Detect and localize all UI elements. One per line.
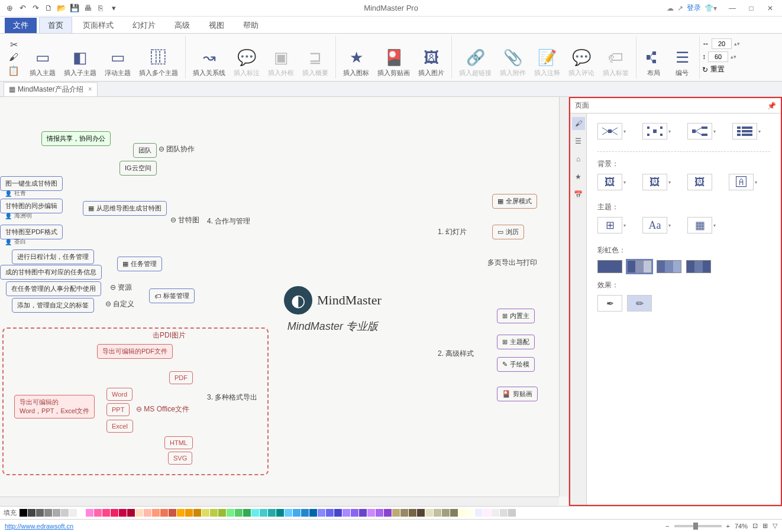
color-swatch[interactable] xyxy=(367,509,375,517)
zoom-in-icon[interactable]: + xyxy=(726,523,730,530)
node-mso[interactable]: ⊖ MS Office文件 xyxy=(136,404,189,414)
color-swatch[interactable] xyxy=(193,509,201,517)
layout-button[interactable]: 布局 xyxy=(641,36,666,79)
color-swatch[interactable] xyxy=(177,509,185,517)
qat-dropdown-icon[interactable]: ▾ xyxy=(108,2,119,14)
color-swatch[interactable] xyxy=(243,509,251,517)
rainbow-4[interactable] xyxy=(686,260,711,273)
color-swatch[interactable] xyxy=(135,509,143,517)
bg-remove[interactable]: 🖼 xyxy=(687,174,712,190)
color-swatch[interactable] xyxy=(185,509,193,517)
node-excel[interactable]: Excel xyxy=(106,420,133,433)
color-swatch[interactable] xyxy=(218,509,226,517)
section-1[interactable]: 1. 幻灯片 xyxy=(438,227,467,237)
color-swatch[interactable] xyxy=(20,509,27,517)
tab-home[interactable]: 首页 xyxy=(39,17,72,33)
color-swatch[interactable] xyxy=(210,509,218,517)
node-ppt[interactable]: PPT xyxy=(106,403,130,416)
color-swatch[interactable] xyxy=(69,509,77,517)
qat-export-icon[interactable]: ⎘ xyxy=(95,2,106,14)
presentation-icon[interactable]: ▽ xyxy=(773,522,777,530)
share-icon[interactable]: ↗ xyxy=(677,4,683,12)
vertical-scrollbar[interactable] xyxy=(559,97,568,497)
color-swatch[interactable] xyxy=(169,509,176,517)
node-callout1[interactable]: 情报共享，协同办公 xyxy=(41,131,111,146)
node-pdf[interactable]: PDF xyxy=(169,371,193,384)
node-cloud[interactable]: IG云空间 xyxy=(119,161,157,176)
node-gantt2a[interactable]: ▦ 从思维导图生成甘特图 xyxy=(83,201,167,216)
color-swatch[interactable] xyxy=(102,509,110,517)
node-task1[interactable]: 进行日程计划，任务管理 xyxy=(12,249,94,264)
color-swatch[interactable] xyxy=(268,509,276,517)
color-swatch[interactable] xyxy=(276,509,284,517)
insert-icon-button[interactable]: ★插入图标 xyxy=(341,36,371,79)
insert-topic-button[interactable]: ▭插入主题 xyxy=(27,36,58,79)
node-hand[interactable]: ✎ 手绘模 xyxy=(497,357,535,372)
color-swatch[interactable] xyxy=(119,509,127,517)
color-swatch[interactable] xyxy=(475,509,483,517)
color-swatch[interactable] xyxy=(334,509,342,517)
callout-office[interactable]: 导出可编辑的 Word，PPT，Excel文件 xyxy=(14,395,95,419)
qat-print-icon[interactable]: 🖶 xyxy=(82,2,93,14)
paste-icon[interactable]: 📋 xyxy=(7,64,20,76)
pin-icon[interactable]: 📌 xyxy=(767,102,776,110)
insert-multi-button[interactable]: ⿲插入多个主题 xyxy=(137,36,180,79)
qat-undo-icon[interactable]: ↶ xyxy=(17,2,28,14)
color-swatch[interactable] xyxy=(442,509,450,517)
sidebar-list-icon[interactable]: ☰ xyxy=(572,135,585,148)
color-swatch[interactable] xyxy=(86,509,93,517)
minimize-button[interactable]: — xyxy=(724,2,741,14)
color-swatch[interactable] xyxy=(326,509,334,517)
color-swatch[interactable] xyxy=(458,509,466,517)
section-4[interactable]: 4. 合作与管理 xyxy=(207,216,250,226)
fit-page-icon[interactable]: ⊡ xyxy=(752,522,758,530)
login-link[interactable]: 登录 xyxy=(687,3,701,13)
node-theme-set[interactable]: ⊞ 主题配 xyxy=(497,335,535,349)
cloud-sync-icon[interactable]: ☁ xyxy=(667,4,674,12)
color-swatch[interactable] xyxy=(483,509,491,517)
color-swatch[interactable] xyxy=(61,509,69,517)
cut-icon[interactable]: ✂ xyxy=(7,38,20,50)
layout-opt-2[interactable]: ▾ xyxy=(642,123,671,140)
color-swatch[interactable] xyxy=(417,509,425,517)
tab-help[interactable]: 帮助 xyxy=(235,18,267,33)
color-swatch[interactable] xyxy=(376,509,383,517)
qat-open-icon[interactable]: 📂 xyxy=(56,2,67,14)
node-fullscreen[interactable]: ▦ 全屏模式 xyxy=(492,194,537,209)
node-history[interactable]: ▭ 浏历 xyxy=(492,225,524,239)
shirt-icon[interactable]: 👕▾ xyxy=(705,4,717,12)
color-swatch[interactable] xyxy=(351,509,358,517)
color-swatch[interactable] xyxy=(450,509,458,517)
color-swatch[interactable] xyxy=(94,509,102,517)
color-swatch[interactable] xyxy=(384,509,392,517)
bg-color[interactable]: 🖼▾ xyxy=(597,174,626,190)
color-swatch[interactable] xyxy=(392,509,400,517)
color-swatch[interactable] xyxy=(409,509,416,517)
tab-slideshow[interactable]: 幻灯片 xyxy=(124,18,164,33)
theme-color[interactable]: ▦▾ xyxy=(687,217,716,233)
color-swatch[interactable] xyxy=(400,509,408,517)
color-swatch[interactable] xyxy=(467,509,474,517)
float-topic-button[interactable]: ▭浮动主题 xyxy=(102,36,133,79)
node-teamop[interactable]: ⊖ 团队协作 xyxy=(159,144,195,154)
color-swatch[interactable] xyxy=(359,509,367,517)
zoom-out-icon[interactable]: − xyxy=(665,523,669,530)
color-swatch[interactable] xyxy=(28,509,35,517)
reset-icon[interactable]: ↻ xyxy=(702,66,708,74)
theme-layout[interactable]: ⊞▾ xyxy=(597,217,626,233)
clipart-button[interactable]: 🎴插入剪贴画 xyxy=(375,36,412,79)
zoom-slider[interactable] xyxy=(674,525,722,527)
qat-new-icon[interactable]: 🗋 xyxy=(43,2,54,14)
node-word[interactable]: Word xyxy=(106,388,133,401)
color-swatch[interactable] xyxy=(127,509,135,517)
color-swatch[interactable] xyxy=(202,509,209,517)
effect-pen[interactable]: ✒ xyxy=(597,295,622,312)
h-spacing-input[interactable] xyxy=(712,38,732,49)
rainbow-3[interactable] xyxy=(657,260,681,273)
node-builtin[interactable]: ⊞ 内置主 xyxy=(497,309,535,323)
insert-subtopic-button[interactable]: ◧插入子主题 xyxy=(62,36,99,79)
close-button[interactable]: ✕ xyxy=(762,2,778,14)
color-swatch[interactable] xyxy=(434,509,441,517)
color-swatch[interactable] xyxy=(500,509,508,517)
node-task-label[interactable]: ▦ 任务管理 xyxy=(117,257,162,271)
